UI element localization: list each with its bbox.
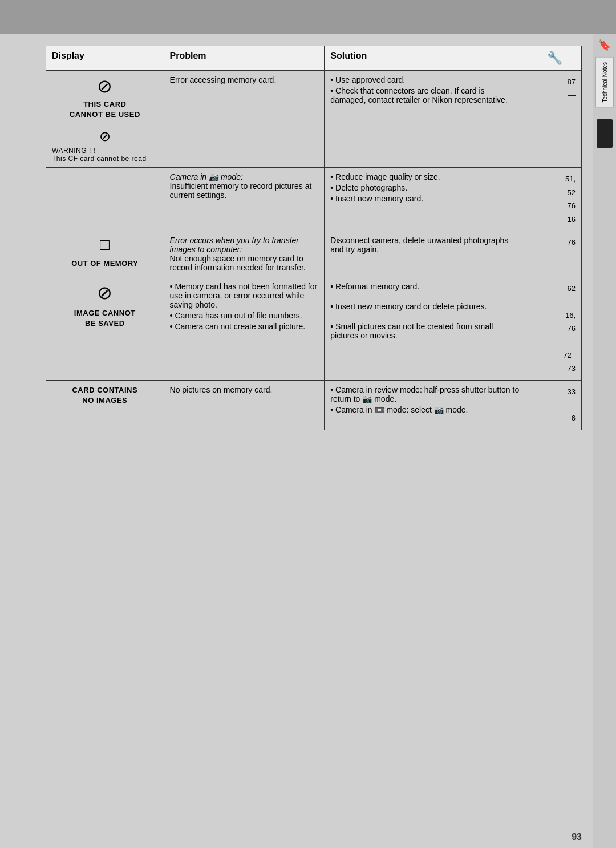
solution-cell-1: Use approved card. Check that connectors… <box>325 71 528 168</box>
problem-text-2: Insufficient memory to record pictures a… <box>170 181 312 200</box>
display-cell-3: □ OUT OF MEMORY <box>46 231 164 277</box>
solution-cell-3: Disconnect camera, delete unwanted photo… <box>325 231 528 277</box>
problem-cell-5: No pictures on memory card. <box>164 380 325 430</box>
problem-italic-2: Camera in 📷 mode: <box>170 172 243 181</box>
solution-2-2: Delete photographs. <box>330 183 522 192</box>
page-footer: 93 <box>572 832 582 842</box>
page-cell-3: 76 <box>528 231 582 277</box>
display-title-4: IMAGE CANNOTBE SAVED <box>52 308 158 329</box>
problem-4-2: Camera has run out of file numbers. <box>170 311 319 320</box>
problem-text-5: No pictures on memory card. <box>170 385 273 394</box>
table-row: ⊘ THIS CARDCANNOT BE USED ⊘ WARNING ! !T… <box>46 71 582 168</box>
header-problem-label: Problem <box>170 51 206 60</box>
solution-1-1: Use approved card. <box>330 75 522 84</box>
display-title-1: THIS CARDCANNOT BE USED <box>52 99 158 120</box>
no-card-icon-2: ⊘ <box>52 128 158 144</box>
problem-text-1: Error accessing memory card. <box>170 75 277 84</box>
page-number: 93 <box>572 832 582 842</box>
display-cell-1: ⊘ THIS CARDCANNOT BE USED ⊘ WARNING ! !T… <box>46 71 164 168</box>
header-problem: Problem <box>164 46 325 71</box>
problem-4-3: Camera can not create small picture. <box>170 322 319 331</box>
header-solution-label: Solution <box>330 51 367 60</box>
table-row: ⊘ IMAGE CANNOTBE SAVED Memory card has n… <box>46 277 582 380</box>
header-display-label: Display <box>52 51 84 60</box>
solution-cell-2: Reduce image quality or size. Delete pho… <box>325 168 528 231</box>
technical-notes-tab: Technical Notes <box>595 57 614 108</box>
solution-4-1: Reformat memory card. <box>330 282 522 291</box>
header-solution: Solution <box>325 46 528 71</box>
out-of-memory-icon: □ <box>52 236 158 254</box>
solution-cell-4: Reformat memory card. Insert new memory … <box>325 277 528 380</box>
solution-4-3: Small pictures can not be created from s… <box>330 322 522 340</box>
wrench-icon: 🔧 <box>547 51 562 65</box>
table-row: CARD CONTAINSNO IMAGES No pictures on me… <box>46 380 582 430</box>
problem-cell-4: Memory card has not been formatted for u… <box>164 277 325 380</box>
table-row: Camera in 📷 mode: Insufficient memory to… <box>46 168 582 231</box>
sidebar-label: Technical Notes <box>602 62 608 103</box>
solution-2-3: Insert new memory card. <box>330 194 522 203</box>
no-card-icon-1: ⊘ <box>52 75 158 97</box>
page-cell-5: 336 <box>528 380 582 430</box>
solution-5-2: Camera in 📼 mode: select 📷 mode. <box>330 405 522 414</box>
error-table: Display Problem Solution 🔧 ⊘ THIS CARDCA… <box>46 46 582 430</box>
sidebar-black-block <box>597 119 613 148</box>
page-cell-1: 87— <box>528 71 582 168</box>
display-title-3: OUT OF MEMORY <box>52 259 158 269</box>
header-page: 🔧 <box>528 46 582 71</box>
top-bar <box>0 0 616 34</box>
main-content: Display Problem Solution 🔧 ⊘ THIS CARDCA… <box>34 34 593 825</box>
display-title-5: CARD CONTAINSNO IMAGES <box>52 385 158 406</box>
problem-cell-1: Error accessing memory card. <box>164 71 325 168</box>
problem-4-1: Memory card has not been formatted for u… <box>170 282 319 309</box>
display-subtitle-1: WARNING ! !This CF card cannot be read <box>52 147 158 163</box>
display-cell-4: ⊘ IMAGE CANNOTBE SAVED <box>46 277 164 380</box>
display-cell-2 <box>46 168 164 231</box>
solution-cell-5: Camera in review mode: half-press shutte… <box>325 380 528 430</box>
header-display: Display <box>46 46 164 71</box>
solution-3-1: Disconnect camera, delete unwanted photo… <box>330 236 508 254</box>
problem-cell-3: Error occurs when you try to transfer im… <box>164 231 325 277</box>
right-sidebar: 🔖 Technical Notes <box>593 34 616 848</box>
problem-cell-2: Camera in 📷 mode: Insufficient memory to… <box>164 168 325 231</box>
problem-italic-3: Error occurs when you try to transfer im… <box>170 236 299 254</box>
page-cell-2: 51,527616 <box>528 168 582 231</box>
bookmark-icon: 🔖 <box>598 39 611 51</box>
solution-5-1: Camera in review mode: half-press shutte… <box>330 385 522 403</box>
display-cell-5: CARD CONTAINSNO IMAGES <box>46 380 164 430</box>
solution-2-1: Reduce image quality or size. <box>330 172 522 181</box>
solution-4-2: Insert new memory card or delete picture… <box>330 302 522 311</box>
page-cell-4: 6216,7672–73 <box>528 277 582 380</box>
image-cannot-save-icon: ⊘ <box>52 282 158 304</box>
problem-text-3: Not enough space on memory card to recor… <box>170 254 306 272</box>
table-row: □ OUT OF MEMORY Error occurs when you tr… <box>46 231 582 277</box>
solution-1-2: Check that connectors are clean. If card… <box>330 86 522 104</box>
